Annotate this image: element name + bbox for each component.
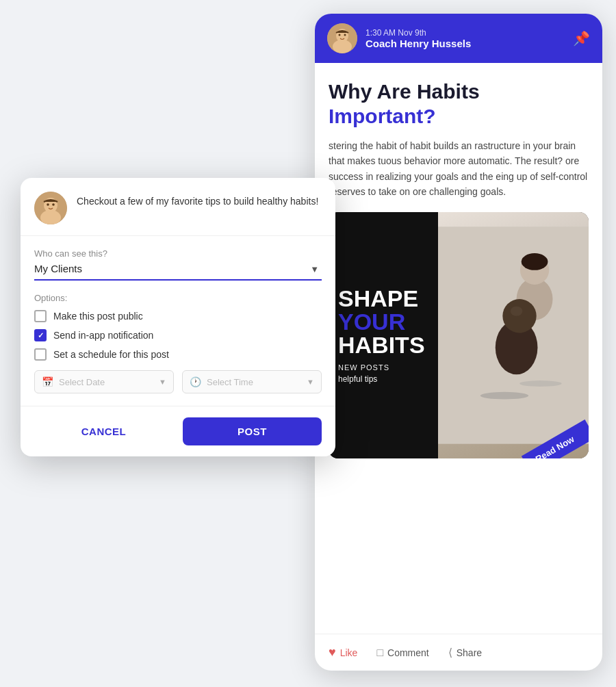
svg-point-17 [47, 203, 49, 206]
calendar-icon: 📅 [42, 376, 53, 387]
pin-icon: 📌 [573, 30, 590, 47]
checkbox-public[interactable] [34, 310, 47, 322]
checkbox-notification-row: Send in-app notification [34, 329, 322, 341]
svg-point-13 [519, 380, 562, 387]
like-button[interactable]: ♥ Like [329, 645, 357, 660]
date-chevron-icon: ▼ [159, 378, 166, 386]
date-select[interactable]: 📅 Select Date ▼ [34, 370, 174, 393]
share-icon: ⟨ [448, 646, 452, 659]
header-timestamp: 1:30 AM Nov 9th [365, 28, 565, 38]
visibility-label: Who can see this? [34, 248, 322, 259]
svg-point-12 [480, 391, 528, 399]
checkbox-schedule[interactable] [34, 348, 47, 361]
header-coach-name: Coach Henry Hussels [365, 38, 565, 49]
phone-card: 1:30 AM Nov 9th Coach Henry Hussels 📌 Wh… [315, 14, 602, 671]
post-button[interactable]: POST [183, 417, 322, 445]
chevron-down-icon: ▼ [310, 264, 319, 274]
svg-point-4 [344, 34, 346, 36]
svg-point-2 [333, 40, 352, 53]
schedule-row: 📅 Select Date ▼ 🕐 Select Time ▼ [34, 370, 322, 393]
phone-header: 1:30 AM Nov 9th Coach Henry Hussels 📌 [315, 14, 602, 63]
article-body: stering the habit of habit builds an ras… [329, 138, 589, 200]
post-dialog: Checkout a few of my favorite tips to bu… [21, 178, 335, 456]
image-left-panel: SHAPE YOUR HABITS NEW POSTS helpful tips [329, 212, 438, 458]
time-chevron-icon: ▼ [307, 378, 314, 386]
svg-point-8 [521, 253, 548, 270]
checkbox-schedule-row: Set a schedule for this post [34, 348, 322, 361]
svg-point-16 [40, 210, 61, 224]
time-select[interactable]: 🕐 Select Time ▼ [182, 370, 322, 393]
phone-content: Why Are Habits Important? stering the ha… [315, 63, 602, 634]
visibility-value: My Clients [34, 263, 82, 274]
options-label: Options: [34, 293, 322, 303]
checkbox-notification[interactable] [34, 329, 47, 341]
dialog-footer: CANCEL POST [21, 406, 335, 456]
share-button[interactable]: ⟨ Share [448, 646, 482, 659]
dialog-message: Checkout a few of my favorite tips to bu… [77, 192, 318, 209]
svg-point-3 [339, 34, 341, 36]
svg-point-10 [502, 299, 536, 333]
clock-icon: 🕐 [190, 376, 201, 387]
svg-point-18 [52, 203, 55, 206]
checkbox-notification-label: Send in-app notification [53, 330, 153, 341]
article-title: Why Are Habits Important? [329, 79, 589, 129]
checkbox-schedule-label: Set a schedule for this post [53, 349, 169, 360]
article-image: SHAPE YOUR HABITS NEW POSTS helpful tips [329, 212, 589, 458]
header-info: 1:30 AM Nov 9th Coach Henry Hussels [365, 28, 565, 49]
date-placeholder: Select Date [59, 377, 153, 387]
coach-avatar [327, 23, 357, 53]
visibility-select[interactable]: My Clients ▼ [34, 263, 322, 281]
svg-point-11 [510, 306, 522, 315]
comment-icon: □ [376, 647, 383, 659]
heart-icon: ♥ [329, 645, 336, 660]
phone-actions: ♥ Like □ Comment ⟨ Share [315, 634, 602, 671]
dialog-header: Checkout a few of my favorite tips to bu… [21, 178, 335, 236]
checkbox-public-label: Make this post public [53, 311, 143, 322]
comment-button[interactable]: □ Comment [376, 647, 428, 659]
dialog-body: Who can see this? My Clients ▼ Options: … [21, 236, 335, 406]
time-placeholder: Select Time [207, 377, 301, 387]
image-right-panel: Read Now [438, 212, 589, 458]
checkbox-public-row: Make this post public [34, 310, 322, 322]
user-avatar [34, 192, 67, 224]
cancel-button[interactable]: CANCEL [34, 417, 173, 445]
